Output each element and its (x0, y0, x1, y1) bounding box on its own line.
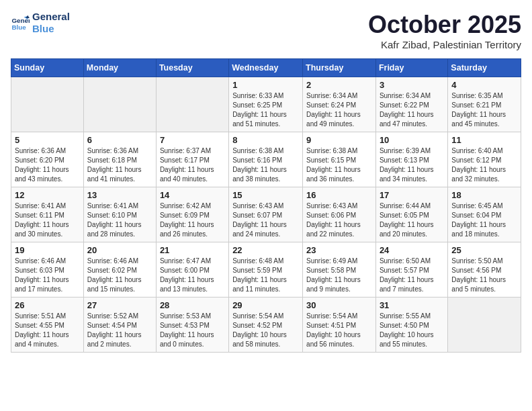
day-info: Sunrise: 6:46 AM Sunset: 6:03 PM Dayligh… (15, 257, 80, 294)
day-info: Sunrise: 5:51 AM Sunset: 4:55 PM Dayligh… (15, 312, 80, 349)
day-number: 24 (380, 245, 444, 255)
calendar-cell: 27Sunrise: 5:52 AM Sunset: 4:54 PM Dayli… (83, 298, 156, 353)
day-info: Sunrise: 5:54 AM Sunset: 4:52 PM Dayligh… (232, 312, 299, 349)
day-number: 8 (232, 135, 299, 145)
day-number: 4 (451, 80, 517, 90)
logo-icon: General Blue (11, 13, 30, 32)
day-info: Sunrise: 6:39 AM Sunset: 6:13 PM Dayligh… (380, 146, 444, 184)
calendar: SundayMondayTuesdayWednesdayThursdayFrid… (11, 58, 521, 353)
logo: General Blue General Blue (11, 11, 70, 35)
calendar-cell: 3Sunrise: 6:34 AM Sunset: 6:22 PM Daylig… (375, 77, 447, 132)
day-number: 9 (306, 135, 372, 145)
day-info: Sunrise: 6:36 AM Sunset: 6:20 PM Dayligh… (15, 146, 80, 184)
day-info: Sunrise: 6:44 AM Sunset: 6:05 PM Dayligh… (380, 201, 444, 239)
day-number: 7 (160, 135, 225, 145)
calendar-cell: 7Sunrise: 6:37 AM Sunset: 6:17 PM Daylig… (156, 132, 228, 187)
calendar-cell: 30Sunrise: 5:54 AM Sunset: 4:51 PM Dayli… (303, 298, 376, 353)
calendar-cell: 14Sunrise: 6:42 AM Sunset: 6:09 PM Dayli… (156, 187, 228, 242)
weekday-header-tuesday: Tuesday (156, 59, 228, 77)
calendar-cell: 16Sunrise: 6:43 AM Sunset: 6:06 PM Dayli… (303, 187, 376, 242)
calendar-cell (83, 77, 156, 132)
day-number: 3 (380, 80, 444, 90)
calendar-cell: 4Sunrise: 6:35 AM Sunset: 6:21 PM Daylig… (448, 77, 521, 132)
day-number: 13 (87, 190, 152, 200)
day-info: Sunrise: 6:43 AM Sunset: 6:07 PM Dayligh… (232, 201, 299, 239)
calendar-cell: 26Sunrise: 5:51 AM Sunset: 4:55 PM Dayli… (11, 298, 84, 353)
calendar-cell: 18Sunrise: 6:45 AM Sunset: 6:04 PM Dayli… (448, 187, 521, 242)
month-title: October 2025 (368, 11, 521, 39)
day-info: Sunrise: 6:47 AM Sunset: 6:00 PM Dayligh… (160, 257, 225, 294)
day-info: Sunrise: 6:41 AM Sunset: 6:11 PM Dayligh… (15, 201, 80, 239)
calendar-cell: 22Sunrise: 6:48 AM Sunset: 5:59 PM Dayli… (229, 242, 303, 298)
title-area: October 2025 Kafr Zibad, Palestinian Ter… (368, 11, 521, 50)
day-info: Sunrise: 6:43 AM Sunset: 6:06 PM Dayligh… (306, 201, 372, 239)
calendar-cell: 2Sunrise: 6:34 AM Sunset: 6:24 PM Daylig… (303, 77, 376, 132)
day-info: Sunrise: 6:38 AM Sunset: 6:16 PM Dayligh… (232, 146, 299, 184)
calendar-cell (156, 77, 228, 132)
calendar-cell: 12Sunrise: 6:41 AM Sunset: 6:11 PM Dayli… (11, 187, 84, 242)
day-info: Sunrise: 5:54 AM Sunset: 4:51 PM Dayligh… (306, 312, 372, 349)
header: General Blue General Blue October 2025 K… (11, 11, 521, 50)
day-number: 16 (306, 190, 372, 200)
day-number: 6 (87, 135, 152, 145)
day-number: 1 (232, 80, 299, 90)
day-number: 30 (306, 300, 372, 310)
calendar-week-5: 26Sunrise: 5:51 AM Sunset: 4:55 PM Dayli… (11, 298, 521, 353)
calendar-week-3: 12Sunrise: 6:41 AM Sunset: 6:11 PM Dayli… (11, 187, 521, 242)
day-number: 27 (87, 300, 152, 310)
day-number: 14 (160, 190, 225, 200)
day-info: Sunrise: 5:55 AM Sunset: 4:50 PM Dayligh… (380, 312, 444, 349)
calendar-cell: 23Sunrise: 6:49 AM Sunset: 5:58 PM Dayli… (303, 242, 376, 298)
calendar-cell: 25Sunrise: 5:50 AM Sunset: 4:56 PM Dayli… (448, 242, 521, 298)
day-info: Sunrise: 6:50 AM Sunset: 5:57 PM Dayligh… (380, 257, 444, 294)
day-number: 23 (306, 245, 372, 255)
calendar-cell: 11Sunrise: 6:40 AM Sunset: 6:12 PM Dayli… (448, 132, 521, 187)
day-info: Sunrise: 6:49 AM Sunset: 5:58 PM Dayligh… (306, 257, 372, 294)
day-number: 5 (15, 135, 80, 145)
day-number: 15 (232, 190, 299, 200)
calendar-cell: 13Sunrise: 6:41 AM Sunset: 6:10 PM Dayli… (83, 187, 156, 242)
day-number: 17 (380, 190, 444, 200)
calendar-cell: 19Sunrise: 6:46 AM Sunset: 6:03 PM Dayli… (11, 242, 84, 298)
logo-line2: Blue (32, 23, 70, 35)
calendar-cell: 29Sunrise: 5:54 AM Sunset: 4:52 PM Dayli… (229, 298, 303, 353)
day-info: Sunrise: 6:41 AM Sunset: 6:10 PM Dayligh… (87, 201, 152, 239)
weekday-header-friday: Friday (375, 59, 447, 77)
day-info: Sunrise: 6:36 AM Sunset: 6:18 PM Dayligh… (87, 146, 152, 184)
calendar-cell: 17Sunrise: 6:44 AM Sunset: 6:05 PM Dayli… (375, 187, 447, 242)
day-number: 26 (15, 300, 80, 310)
calendar-cell: 1Sunrise: 6:33 AM Sunset: 6:25 PM Daylig… (229, 77, 303, 132)
calendar-cell: 8Sunrise: 6:38 AM Sunset: 6:16 PM Daylig… (229, 132, 303, 187)
day-number: 28 (160, 300, 225, 310)
calendar-cell: 21Sunrise: 6:47 AM Sunset: 6:00 PM Dayli… (156, 242, 228, 298)
calendar-cell (448, 298, 521, 353)
calendar-week-4: 19Sunrise: 6:46 AM Sunset: 6:03 PM Dayli… (11, 242, 521, 298)
day-number: 19 (15, 245, 80, 255)
day-info: Sunrise: 6:33 AM Sunset: 6:25 PM Dayligh… (232, 91, 299, 129)
day-number: 12 (15, 190, 80, 200)
calendar-week-2: 5Sunrise: 6:36 AM Sunset: 6:20 PM Daylig… (11, 132, 521, 187)
day-number: 25 (451, 245, 517, 255)
calendar-cell: 15Sunrise: 6:43 AM Sunset: 6:07 PM Dayli… (229, 187, 303, 242)
day-info: Sunrise: 6:48 AM Sunset: 5:59 PM Dayligh… (232, 257, 299, 294)
calendar-cell (11, 77, 84, 132)
weekday-header-sunday: Sunday (11, 59, 84, 77)
day-number: 31 (380, 300, 444, 310)
day-info: Sunrise: 6:34 AM Sunset: 6:22 PM Dayligh… (380, 91, 444, 129)
calendar-cell: 31Sunrise: 5:55 AM Sunset: 4:50 PM Dayli… (375, 298, 447, 353)
day-number: 20 (87, 245, 152, 255)
day-info: Sunrise: 6:42 AM Sunset: 6:09 PM Dayligh… (160, 201, 225, 239)
day-number: 29 (232, 300, 299, 310)
day-number: 2 (306, 80, 372, 90)
day-info: Sunrise: 6:40 AM Sunset: 6:12 PM Dayligh… (451, 146, 517, 184)
day-info: Sunrise: 6:37 AM Sunset: 6:17 PM Dayligh… (160, 146, 225, 184)
calendar-cell: 28Sunrise: 5:53 AM Sunset: 4:53 PM Dayli… (156, 298, 228, 353)
calendar-cell: 5Sunrise: 6:36 AM Sunset: 6:20 PM Daylig… (11, 132, 84, 187)
svg-text:Blue: Blue (11, 24, 26, 31)
calendar-week-1: 1Sunrise: 6:33 AM Sunset: 6:25 PM Daylig… (11, 77, 521, 132)
day-info: Sunrise: 6:35 AM Sunset: 6:21 PM Dayligh… (451, 91, 517, 129)
calendar-cell: 20Sunrise: 6:46 AM Sunset: 6:02 PM Dayli… (83, 242, 156, 298)
day-number: 11 (451, 135, 517, 145)
calendar-cell: 9Sunrise: 6:38 AM Sunset: 6:15 PM Daylig… (303, 132, 376, 187)
weekday-header-wednesday: Wednesday (229, 59, 303, 77)
